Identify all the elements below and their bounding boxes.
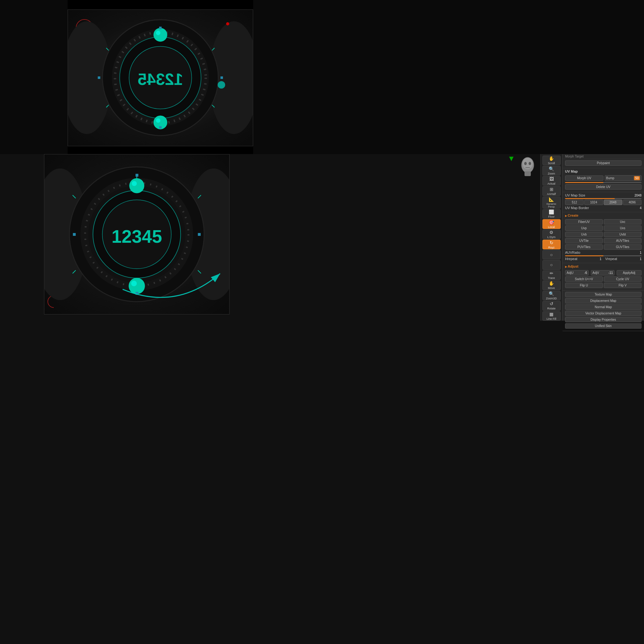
uv-size-slider-fill	[565, 198, 615, 199]
size-2048-button[interactable]: 2048	[604, 200, 622, 205]
adjust-section-header[interactable]: Adjust	[563, 263, 644, 269]
adjv-value: -11	[608, 271, 613, 275]
toolbar-circle1[interactable]: ○	[542, 250, 561, 259]
local-label: Local	[548, 225, 555, 229]
flip-v-button[interactable]: Flip V	[604, 283, 641, 288]
move-icon: ✋	[549, 281, 554, 286]
flip-u-button[interactable]: Flip U	[565, 283, 603, 288]
svg-rect-24	[98, 76, 100, 79]
svg-rect-21	[159, 27, 162, 29]
guvtiles-button[interactable]: GUVTiles	[604, 244, 641, 250]
floor-icon: ⬜	[549, 209, 554, 214]
uvs-button[interactable]: Uvs	[604, 225, 641, 231]
rotate-icon: ↺	[550, 301, 553, 306]
toolbar-floor[interactable]: ⬜ Floor	[542, 209, 561, 219]
ldym-icon: ⚙	[549, 230, 553, 235]
uv-size-slider[interactable]	[565, 198, 641, 199]
toolbar-scroll[interactable]: ✋ Scroll	[542, 156, 561, 165]
toolbar-aahalf[interactable]: ⊞ AAHalf	[542, 186, 561, 196]
morph-uv-button[interactable]: Morph UV	[565, 175, 603, 181]
top-viewport-svg: 12345	[68, 10, 253, 146]
displacement-map-button[interactable]: Displacement Map	[565, 298, 641, 303]
adju-control: AdjU -6	[565, 270, 589, 275]
local-icon: 🎯	[549, 220, 554, 225]
toolbar-rxyz[interactable]: ↻ Rxyz	[542, 240, 561, 249]
bottom-canvas: 12345	[44, 154, 229, 314]
vrepeat-label: Vrepeat	[605, 257, 639, 261]
display-properties-button[interactable]: Display Properties	[565, 317, 641, 322]
dynamic-label: DynamicPerzp	[547, 203, 556, 208]
uvbt-button[interactable]: Uvbt	[604, 232, 641, 237]
toolbar-linefill[interactable]: ▦ Line Fill	[542, 311, 561, 321]
svg-rect-54	[525, 171, 531, 176]
puvtiles-button[interactable]: PUVTiles	[565, 244, 603, 250]
vrepeat-value: 1	[640, 257, 641, 261]
uv-map-header: UV Map	[563, 168, 644, 174]
scroll-icon: ✋	[549, 156, 554, 161]
normal-map-button[interactable]: Normal Map	[565, 304, 641, 310]
toolbar-trace[interactable]: ✏ Trace	[542, 270, 561, 280]
size-512-button[interactable]: 512	[565, 200, 584, 205]
toolbar-zoom3d[interactable]: 🔍 Zoom3D	[542, 291, 561, 300]
svg-rect-22	[220, 76, 223, 79]
move-label: Move	[548, 286, 555, 290]
bump-slider[interactable]	[565, 182, 641, 183]
uvp-button[interactable]: Uvp	[565, 225, 603, 231]
adjv-control: AdjV -11	[591, 270, 614, 275]
adjust-section: AdjU -6 AdjV -11 ApplyAdj Switch U<>V Cy…	[563, 269, 644, 291]
switch-uv-button[interactable]: Switch U<>V	[565, 276, 603, 282]
toolbar-ldym[interactable]: ⚙ L:Dym	[542, 230, 561, 239]
bump-value: 50	[634, 176, 640, 180]
delete-uv-button[interactable]: Delete UV	[565, 184, 641, 190]
svg-point-25	[226, 22, 229, 25]
puvtiles-guvtiles-row: PUVTiles GUVTiles	[565, 244, 641, 250]
bump-control: Bump 50	[605, 175, 642, 181]
create-section-header[interactable]: Create	[563, 212, 644, 218]
auvtiles-button[interactable]: AUVTiles	[604, 238, 641, 243]
flip-row: Flip U Flip V	[565, 283, 641, 288]
face-model-3d	[515, 154, 540, 179]
toolbar-zoom[interactable]: 🔍 Zoom	[542, 166, 561, 175]
toolbar-dynamic[interactable]: 📐 DynamicPerzp	[542, 197, 561, 208]
uvp-uvs-row: Uvp Uvs	[565, 225, 641, 231]
morph-target-label: Morph Target	[563, 154, 644, 159]
vector-displacement-map-button[interactable]: Vector Displacement Map	[565, 311, 641, 316]
svg-rect-48	[198, 233, 201, 236]
auvratio-label: AUVRatio	[565, 251, 638, 254]
fiberuv-button[interactable]: FiberUV	[565, 219, 603, 225]
uv-map-border-value: 4	[640, 206, 641, 210]
cycle-uv-button[interactable]: Cycle UV	[604, 276, 641, 282]
face-model-svg	[515, 154, 540, 179]
zoom-label: Zoom	[548, 172, 555, 175]
uv-map-border-label: UV Map Border	[565, 206, 638, 210]
toolbar-circle2[interactable]: ○	[542, 260, 561, 269]
right-panel: Morph Target Polypaint UV Map Morph UV B…	[562, 154, 644, 321]
actual-label: Actual	[547, 182, 555, 185]
auvratio-slider[interactable]	[565, 255, 641, 256]
toolbar-move[interactable]: ✋ Move	[542, 280, 561, 290]
toolbar-actual[interactable]: 🖼 Actual	[542, 176, 561, 186]
trace-label: Trace	[548, 276, 555, 280]
polypaint-button[interactable]: Polypaint	[565, 160, 641, 166]
toolbar-rotate[interactable]: ↺ Rotate	[542, 301, 561, 310]
svg-point-15	[156, 118, 160, 123]
svg-point-41	[131, 280, 137, 286]
unified-skin-button[interactable]: Unified Skin	[565, 323, 641, 329]
green-arrow: ▼	[508, 154, 515, 163]
apply-adj-button[interactable]: ApplyAdj	[617, 270, 641, 275]
texture-map-button[interactable]: Texture Map	[565, 292, 641, 297]
uvb-button[interactable]: Uvb	[565, 232, 603, 237]
ldym-label: L:Dym	[547, 236, 555, 239]
toolbar-local[interactable]: 🎯 Local	[542, 219, 561, 229]
zoom3d-label: Zoom3D	[546, 297, 557, 300]
actual-icon: 🖼	[549, 176, 554, 181]
size-4096-button[interactable]: 4096	[623, 200, 641, 205]
uvc-button[interactable]: Uvc	[604, 219, 641, 225]
toolbar: ✋ Scroll 🔍 Zoom 🖼 Actual ⊞ AAHalf 📐 Dyna…	[540, 154, 562, 321]
svg-point-12	[156, 31, 160, 35]
size-1024-button[interactable]: 1024	[584, 200, 603, 205]
auvratio-slider-fill	[565, 255, 603, 256]
top-viewport: 12345	[68, 9, 253, 146]
hrepeat-label: Hrepeat	[565, 257, 598, 261]
uvtile-button[interactable]: UVTile	[565, 238, 603, 243]
